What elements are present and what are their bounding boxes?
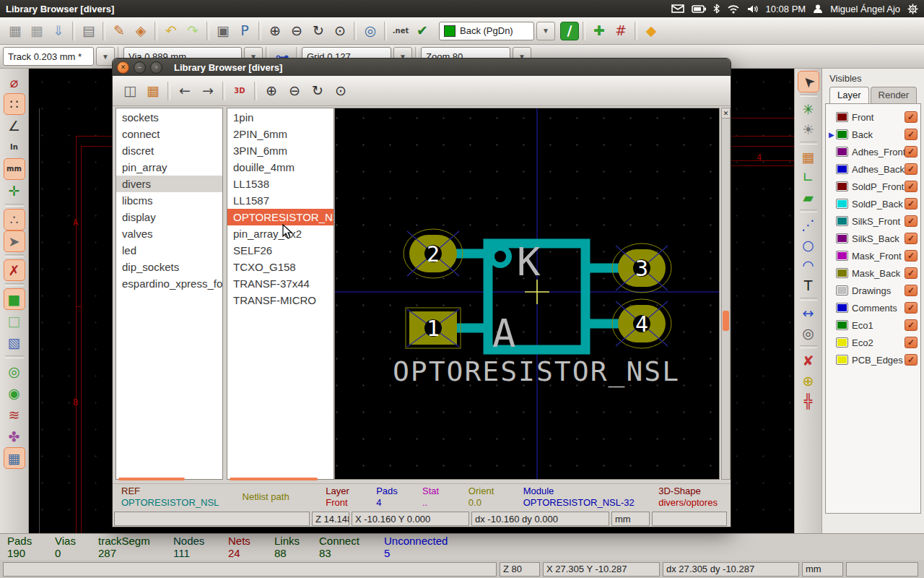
battery-icon[interactable] xyxy=(692,5,706,13)
zoom-in-button[interactable]: ⊕ xyxy=(265,21,285,41)
layer-select-combo[interactable]: Back (PgDn) xyxy=(439,22,534,40)
layer-color-swatch[interactable] xyxy=(836,285,848,296)
library-item-dip_sockets[interactable]: dip_sockets xyxy=(116,259,222,275)
add-module-button[interactable]: ▦ xyxy=(798,147,819,167)
add-arc-button[interactable]: ◠ xyxy=(798,255,819,275)
zoom-out-button[interactable]: ⊖ xyxy=(287,21,307,41)
library-item-valves[interactable]: valves xyxy=(116,225,222,242)
layer-visibility-checkbox[interactable]: ✓ xyxy=(905,354,918,366)
layer-row[interactable]: ▶ Comments ✓ xyxy=(826,299,920,316)
layer-color-swatch[interactable] xyxy=(836,164,848,174)
layer-row[interactable]: ▶ SoldP_Back ✓ xyxy=(826,195,920,212)
library-item-divers[interactable]: divers xyxy=(116,176,222,192)
page-settings-button[interactable]: ▤ xyxy=(79,21,99,41)
user-menu[interactable]: Miguel Ángel Ajo xyxy=(830,4,900,14)
layer-row[interactable]: ▶ SilkS_Front ✓ xyxy=(826,212,920,230)
footprint-item-pin_array_8x2[interactable]: pin_array_8x2 xyxy=(227,225,334,242)
layer-color-swatch[interactable] xyxy=(836,337,848,348)
module-ratsnest-button[interactable]: ➤ xyxy=(4,231,25,251)
layer-visibility-checkbox[interactable]: ✓ xyxy=(905,233,918,244)
library-item-sockets[interactable]: sockets xyxy=(116,109,222,126)
layers-manager-button[interactable]: ▦ xyxy=(4,448,25,468)
layer-visibility-checkbox[interactable]: ✓ xyxy=(905,181,918,192)
canvas-vscrollbar[interactable]: ✕ xyxy=(721,108,731,480)
palette-button[interactable]: ✤ xyxy=(4,426,25,447)
footprint-item-3PIN_6mm[interactable]: 3PIN_6mm xyxy=(227,142,334,159)
footprint-item-1pin[interactable]: 1pin xyxy=(227,109,334,126)
select-footprint-button[interactable]: ▦ xyxy=(142,80,164,102)
track-width-combo[interactable]: Track 0.203 mm * xyxy=(3,47,94,66)
bzoom-in-button[interactable]: ⊕ xyxy=(261,80,282,102)
footprint-list-hscroll[interactable] xyxy=(230,478,318,480)
show-3d-button[interactable]: 3D xyxy=(229,80,250,102)
grid-show-button[interactable]: ∷ xyxy=(4,94,25,114)
layer-row[interactable]: ▶ Front ✓ xyxy=(826,108,920,126)
layer-visibility-checkbox[interactable]: ✓ xyxy=(905,337,918,348)
module-mode-button[interactable]: ✚ xyxy=(589,21,609,41)
prev-footprint-button[interactable]: ← xyxy=(174,80,196,102)
footprint-item-SELF26[interactable]: SELF26 xyxy=(227,242,334,259)
library-item-display[interactable]: display xyxy=(116,209,222,225)
zone-unfilled-button[interactable]: □ xyxy=(4,311,25,331)
close-window-button[interactable]: ✕ xyxy=(117,61,129,74)
footprint-item-TRANSF-37x44[interactable]: TRANSF-37x44 xyxy=(227,275,334,292)
grid-origin-button[interactable]: ╬ xyxy=(798,391,819,411)
bluetooth-icon[interactable] xyxy=(713,4,720,14)
layer-row[interactable]: ▶ Mask_Front ✓ xyxy=(826,247,920,264)
layer-visibility-checkbox[interactable]: ✓ xyxy=(905,302,918,314)
layer-row[interactable]: ▶ Drawings ✓ xyxy=(826,282,920,299)
gear-icon[interactable] xyxy=(907,4,918,14)
undo-button[interactable]: ↶ xyxy=(161,21,181,41)
footprint-preview-canvas[interactable]: 2 1 3 xyxy=(334,108,720,480)
layer-color-swatch[interactable] xyxy=(836,147,848,157)
select-library-button[interactable]: ◫ xyxy=(119,80,141,102)
layer-row[interactable]: ▶ Mask_Back ✓ xyxy=(826,264,920,282)
find-button[interactable]: ◎ xyxy=(360,21,380,41)
layer-pair-button[interactable]: ∕ xyxy=(560,22,579,40)
vias-sketch-button[interactable]: ◉ xyxy=(4,383,25,403)
next-footprint-button[interactable]: → xyxy=(197,80,219,102)
units-mm-button[interactable]: mm xyxy=(4,159,25,179)
add-target-button[interactable]: ◎ xyxy=(798,323,819,343)
volume-icon[interactable] xyxy=(747,4,759,14)
footprint-item-2PIN_6mm[interactable]: 2PIN_6mm xyxy=(227,126,334,142)
layer-row[interactable]: ▶ Adhes_Front ✓ xyxy=(826,143,920,160)
print-button[interactable]: ▣ xyxy=(213,21,233,41)
layer-color-swatch[interactable] xyxy=(836,199,848,209)
layer-row[interactable]: ▶ SoldP_Front ✓ xyxy=(826,178,920,195)
layer-color-swatch[interactable] xyxy=(836,112,848,122)
clock[interactable]: 10:08 PM xyxy=(766,4,806,14)
drc-off-button[interactable]: ⌀ xyxy=(4,72,25,92)
library-list-hscroll[interactable] xyxy=(118,478,185,480)
layer-color-swatch[interactable] xyxy=(836,268,848,278)
footprint-item-OPTORESISTOR_NSL[interactable]: OPTORESISTOR_NSL xyxy=(227,209,334,225)
delete-tool-button[interactable]: ✘ xyxy=(798,350,819,371)
units-inch-button[interactable]: In xyxy=(4,137,25,158)
open-board-button[interactable]: ▦ xyxy=(27,21,47,41)
pads-sketch-button[interactable]: ◎ xyxy=(4,361,25,381)
module-editor-button[interactable]: ✎ xyxy=(109,21,129,41)
save-board-button[interactable]: ⇓ xyxy=(48,21,69,41)
place-offset-button[interactable]: ⊕ xyxy=(798,371,819,391)
netlist-button[interactable]: .net xyxy=(391,21,411,41)
layer-visibility-checkbox[interactable]: ✓ xyxy=(905,215,918,227)
layer-color-swatch[interactable] xyxy=(836,303,848,313)
footprint-item-LL1538[interactable]: LL1538 xyxy=(227,176,334,192)
library-item-espardino[interactable]: espardino_xpress_fo xyxy=(116,275,222,292)
layer-combo-dropdown[interactable]: ▼ xyxy=(536,22,555,40)
wifi-icon[interactable] xyxy=(727,4,740,14)
add-circle-button[interactable]: ○ xyxy=(798,235,819,255)
layer-visibility-checkbox[interactable]: ✓ xyxy=(905,198,918,210)
redraw-button[interactable]: ↻ xyxy=(308,21,328,41)
layer-visibility-checkbox[interactable]: ✓ xyxy=(905,285,918,296)
layer-color-swatch[interactable] xyxy=(836,355,848,365)
track-mode-button[interactable]: # xyxy=(611,21,631,41)
layer-row[interactable]: ▶ Back ✓ xyxy=(826,126,920,143)
layer-visibility-checkbox[interactable]: ✓ xyxy=(905,250,918,262)
plot-button[interactable]: P xyxy=(235,21,255,41)
layer-visibility-checkbox[interactable]: ✓ xyxy=(905,319,918,331)
select-tool-button[interactable]: ➤ xyxy=(798,72,819,92)
tab-render[interactable]: Render xyxy=(871,87,918,103)
footprint-item-TCXO_G158[interactable]: TCXO_G158 xyxy=(227,259,334,275)
layer-row[interactable]: ▶ SilkS_Back ✓ xyxy=(826,230,920,247)
